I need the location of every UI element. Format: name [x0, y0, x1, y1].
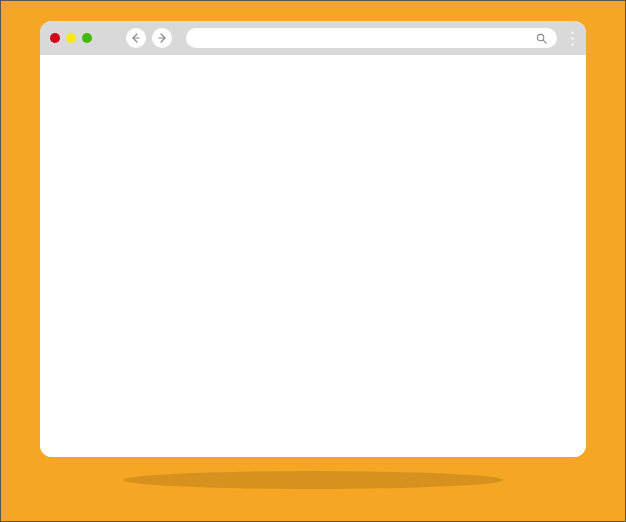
window-shadow: [123, 471, 503, 489]
svg-line-3: [543, 40, 546, 43]
close-button[interactable]: [50, 33, 60, 43]
search-icon: [536, 33, 547, 44]
arrow-left-icon: [131, 33, 141, 43]
browser-window: [40, 21, 586, 457]
navigation-buttons: [126, 28, 172, 48]
back-button[interactable]: [126, 28, 146, 48]
dot-icon: [571, 31, 574, 34]
search-button[interactable]: [536, 33, 547, 44]
window-controls: [50, 33, 92, 43]
menu-button[interactable]: [571, 31, 574, 46]
maximize-button[interactable]: [82, 33, 92, 43]
browser-toolbar: [40, 21, 586, 55]
browser-viewport: [40, 55, 586, 457]
minimize-button[interactable]: [66, 33, 76, 43]
forward-button[interactable]: [152, 28, 172, 48]
dot-icon: [571, 43, 574, 46]
address-bar[interactable]: [186, 28, 557, 48]
dot-icon: [571, 37, 574, 40]
arrow-right-icon: [157, 33, 167, 43]
